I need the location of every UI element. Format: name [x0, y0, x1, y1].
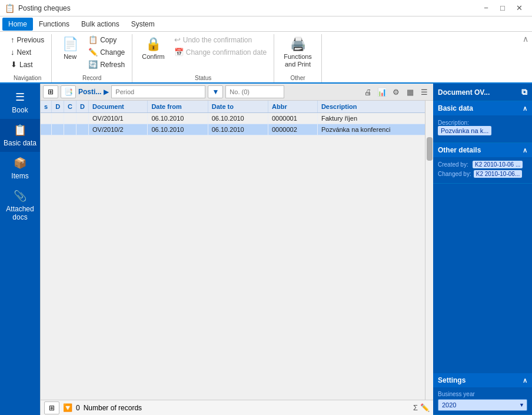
chart-icon[interactable]: 📊 — [375, 85, 388, 98]
record-count-label: Number of records — [84, 404, 142, 412]
period-filter-icon[interactable]: ▼ — [208, 85, 223, 98]
description-value: Pozvánka na k... — [438, 126, 491, 135]
change-icon: ✏️ — [88, 48, 98, 57]
filter-count: 0 — [76, 404, 80, 412]
number-input[interactable] — [225, 85, 284, 98]
close-button[interactable]: ✕ — [511, 0, 527, 16]
col-c[interactable]: C — [64, 101, 77, 113]
col-d2[interactable]: D — [77, 101, 89, 113]
confirm-button[interactable]: 🔒 Confirm — [137, 34, 169, 63]
col-description[interactable]: Description — [317, 101, 433, 113]
panel-spacer — [433, 184, 532, 373]
panel-section-basic-data-header[interactable]: Basic data ∧ — [433, 101, 532, 115]
chevron-up-icon: ∧ — [523, 105, 527, 112]
chevron-up-icon-2: ∧ — [523, 147, 527, 154]
maximize-button[interactable]: □ — [494, 0, 511, 16]
nav-arrow-right: ▶ — [104, 88, 109, 96]
business-year-select-wrap: 2020 — [438, 399, 527, 411]
ribbon-record-label: Record — [82, 75, 101, 82]
list-icon-button[interactable]: 📑 — [61, 85, 76, 98]
last-icon: ⬇ — [11, 60, 17, 69]
ribbon-group-record: 📄 New 📋 Copy ✏️ Change 🔄 Refresh Record — [52, 34, 132, 82]
menu-item-home[interactable]: Home — [2, 18, 33, 31]
created-by-field: Created by: K2 2010-10-06 ... — [438, 161, 527, 168]
cell-d2 — [77, 124, 89, 135]
col-date-from[interactable]: Date from — [148, 101, 208, 113]
previous-button[interactable]: ↑ Previous — [8, 34, 46, 45]
ribbon-status-buttons: 🔒 Confirm ↩ Undo the confirmation 📅 Chan… — [137, 34, 269, 63]
new-button[interactable]: 📄 New — [56, 34, 84, 63]
cell-s — [41, 113, 52, 124]
right-panel: Document OV... ⧉ Basic data ∧ Descriptio… — [433, 84, 532, 415]
table-row[interactable]: OV/2010/2 06.10.2010 06.10.2010 0000002 … — [41, 124, 433, 135]
print-toolbar-icon[interactable]: 🖨 — [361, 85, 374, 98]
toolbar-row: ⊞ 📑 Posti... ▶ ▼ 🖨 📊 ⚙ ▦ ☰ — [41, 84, 433, 101]
panel-section-settings-header[interactable]: Settings ∧ — [433, 373, 532, 387]
cell-abbr: 0000001 — [268, 113, 318, 124]
cell-c — [64, 124, 77, 135]
ribbon-other-buttons: 🖨️ Functionsand Print — [279, 34, 317, 71]
change-button[interactable]: ✏️ Change — [86, 47, 127, 58]
menu-item-system[interactable]: System — [125, 18, 161, 31]
book-icon: ☰ — [15, 91, 25, 104]
main-layout: ☰ Book 📋 Basic data 📦 Items 📎 Attached d… — [0, 84, 532, 415]
cell-d1 — [52, 113, 64, 124]
menu-item-functions[interactable]: Functions — [33, 18, 75, 31]
table-row[interactable]: OV/2010/1 06.10.2010 06.10.2010 0000001 … — [41, 113, 433, 124]
window-title: Posting cheques — [18, 4, 71, 12]
new-icon: 📄 — [62, 36, 78, 52]
copy-button[interactable]: 📋 Copy — [86, 34, 127, 45]
chevron-up-icon-3: ∧ — [523, 377, 527, 384]
columns-icon[interactable]: ▦ — [404, 85, 417, 98]
title-bar-left: 📋 Posting cheques — [5, 4, 71, 13]
ribbon-collapse-icon[interactable]: ∧ — [523, 34, 528, 44]
status-table-icon[interactable]: ⊞ — [44, 401, 59, 414]
functions-print-button[interactable]: 🖨️ Functionsand Print — [279, 34, 317, 71]
last-button[interactable]: ⬇ Last — [8, 59, 46, 70]
business-year-label: Business year — [438, 391, 527, 397]
next-button[interactable]: ↓ Next — [8, 47, 46, 58]
menu-item-bulk-actions[interactable]: Bulk actions — [75, 18, 125, 31]
table-view-button[interactable]: ⊞ — [43, 85, 58, 98]
edit-icon[interactable]: ✏️ — [420, 403, 430, 412]
cell-d2 — [77, 113, 89, 124]
minimize-button[interactable]: − — [478, 0, 494, 16]
description-field: Description: Pozvánka na k... — [438, 119, 527, 137]
menu-bar: Home Functions Bulk actions System — [0, 16, 532, 32]
sidebar-item-basic-data[interactable]: 📋 Basic data — [0, 119, 40, 152]
undo-confirm-icon: ↩ — [174, 35, 181, 44]
title-bar-controls: − □ ✕ — [478, 0, 527, 16]
ribbon-nav-label: Navigation — [14, 75, 41, 82]
sidebar-item-items[interactable]: 📦 Items — [0, 152, 40, 185]
cell-c — [64, 113, 77, 124]
cell-document: OV/2010/2 — [88, 124, 147, 135]
vertical-scrollbar[interactable] — [425, 101, 433, 400]
sidebar-item-book[interactable]: ☰ Book — [0, 86, 40, 119]
business-year-select[interactable]: 2020 — [438, 399, 527, 411]
sigma-icon[interactable]: Σ — [413, 403, 418, 412]
period-input[interactable] — [111, 85, 205, 98]
cell-document: OV/2010/1 — [88, 113, 147, 124]
table-container: s D C D Document Date from Date to Abbr … — [41, 101, 433, 400]
col-date-to[interactable]: Date to — [208, 101, 268, 113]
external-link-icon[interactable]: ⧉ — [521, 87, 527, 97]
panel-section-other-details-header[interactable]: Other details ∧ — [433, 143, 532, 157]
status-bar: ⊞ 🔽 0 Number of records Σ ✏️ — [41, 400, 433, 415]
sidebar-item-attached-docs[interactable]: 📎 Attached docs — [0, 185, 40, 226]
scrollbar-thumb[interactable] — [427, 137, 433, 161]
ribbon-nav-col: ↑ Previous ↓ Next ⬇ Last — [8, 34, 46, 70]
cell-date-from: 06.10.2010 — [148, 113, 208, 124]
change-date-icon: 📅 — [174, 48, 184, 57]
panel-section-settings-content: Business year 2020 — [433, 387, 532, 414]
col-d1[interactable]: D — [52, 101, 64, 113]
menu-icon[interactable]: ☰ — [418, 85, 431, 98]
col-document[interactable]: Document — [88, 101, 147, 113]
col-s[interactable]: s — [41, 101, 52, 113]
col-abbr[interactable]: Abbr — [268, 101, 318, 113]
settings-gear-icon[interactable]: ⚙ — [390, 85, 403, 98]
refresh-button[interactable]: 🔄 Refresh — [86, 59, 127, 70]
basic-data-icon: 📋 — [14, 124, 26, 137]
panel-section-settings: Settings ∧ Business year 2020 — [433, 373, 532, 415]
changed-by-field: Changed by: K2 2010-10-06... — [438, 170, 527, 178]
ribbon: ↑ Previous ↓ Next ⬇ Last Navigation 📄 Ne… — [0, 32, 532, 84]
